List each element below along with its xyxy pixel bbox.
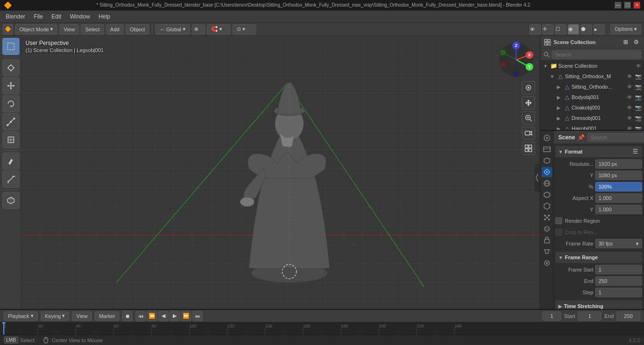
outliner-item-sitting-orthodox[interactable]: ▼ △ Sitting_Orthodox_M 👁 📷 xyxy=(540,71,644,82)
mesh-render-4[interactable]: 📷 xyxy=(635,104,642,111)
navigation-gizmo[interactable]: Z X Y xyxy=(497,41,535,79)
cache-record-button[interactable]: ⏺ xyxy=(122,311,133,321)
add-menu[interactable]: Add xyxy=(106,24,124,35)
frame-end-timeline-input[interactable] xyxy=(617,311,640,321)
scene-props-icon[interactable] xyxy=(542,167,552,177)
resolution-x-input[interactable]: 1920 px xyxy=(595,159,642,169)
select-menu[interactable]: Select xyxy=(81,24,104,35)
gizmo-icon[interactable]: ✛ xyxy=(542,24,554,35)
modifier-props-icon[interactable] xyxy=(542,201,552,211)
keying-menu[interactable]: Keying ▾ xyxy=(41,311,70,321)
outliner-item-2[interactable]: ▶ △ Bodyobj001 👁 📷 xyxy=(540,92,644,102)
mesh-render-3[interactable]: 📷 xyxy=(635,93,642,101)
jump-back-button[interactable]: ⏪ xyxy=(147,311,157,321)
edit-menu-item[interactable]: Edit xyxy=(48,11,65,22)
viewport-shading-wire[interactable]: ☐ xyxy=(555,24,566,35)
options-button[interactable]: Options ▾ xyxy=(610,24,641,35)
zoom-button[interactable] xyxy=(522,111,535,125)
mesh-visibility-icon-1[interactable]: 👁 xyxy=(626,73,633,80)
timeline-strip[interactable]: 1 20 40 60 80 100 120 140 160 180 200 22… xyxy=(0,322,644,335)
camera-icon[interactable] xyxy=(522,127,535,140)
mesh-render-5[interactable]: 📷 xyxy=(635,114,642,122)
close-button[interactable]: ✕ xyxy=(634,2,640,9)
resolution-y-input[interactable]: 1080 px xyxy=(595,171,642,180)
viewport-3d[interactable]: User Perspective (1) Scene Collection | … xyxy=(22,36,540,319)
render-region-checkbox[interactable] xyxy=(555,218,562,224)
aspect-y-input[interactable]: 1.000 xyxy=(595,205,642,214)
scene-pin-icon[interactable]: 📌 xyxy=(577,133,585,142)
camera-view-button[interactable] xyxy=(522,81,535,94)
minimize-button[interactable]: — xyxy=(615,2,621,9)
frame-start-timeline-input[interactable] xyxy=(578,311,601,321)
proportional-edit[interactable]: ⊙ ▾ xyxy=(233,24,256,35)
view-menu[interactable]: View xyxy=(59,24,79,35)
play-button[interactable]: ▶ xyxy=(170,311,180,321)
blender-menu-item[interactable]: Blender xyxy=(2,11,29,22)
frame-end-input[interactable]: 250 xyxy=(595,276,642,286)
play-reverse-button[interactable]: ◀ xyxy=(158,311,169,321)
add-cube-tool[interactable] xyxy=(2,192,19,209)
move-tool[interactable] xyxy=(2,77,19,94)
help-menu-item[interactable]: Help xyxy=(95,11,114,22)
overlay-icon[interactable]: 👁 xyxy=(529,24,541,35)
mesh-visibility-6[interactable]: 👁 xyxy=(626,125,633,131)
frame-start-input[interactable]: 1 xyxy=(595,265,642,274)
mesh-visibility-2[interactable]: 👁 xyxy=(626,83,633,91)
snap-button[interactable]: 🧲 ▾ xyxy=(207,24,231,35)
jump-to-end-button[interactable]: ⏭ xyxy=(192,311,203,321)
panel-collapse-handle[interactable] xyxy=(534,163,540,192)
object-menu[interactable]: Object xyxy=(125,24,149,35)
viewport-shading-render[interactable]: ● xyxy=(593,24,605,35)
file-menu-item[interactable]: File xyxy=(30,11,46,22)
mesh-visibility-5[interactable]: 👁 xyxy=(626,114,633,122)
maximize-button[interactable]: ☐ xyxy=(624,2,631,9)
properties-search-input[interactable] xyxy=(587,133,644,142)
constraints-props-icon[interactable] xyxy=(542,235,552,245)
mesh-render-2[interactable]: 📷 xyxy=(635,83,642,91)
outliner-item-4[interactable]: ▶ △ Dressobj001 👁 📷 xyxy=(540,113,644,123)
mesh-visibility-3[interactable]: 👁 xyxy=(626,93,633,101)
object-mode-selector[interactable]: Object Mode ▾ xyxy=(15,24,57,35)
mesh-render-6[interactable]: 📷 xyxy=(635,125,642,131)
outliner-settings-icon[interactable]: ⚙ xyxy=(632,38,640,46)
current-frame-input[interactable] xyxy=(542,311,561,321)
outliner-search-input[interactable] xyxy=(552,50,641,59)
mesh-render-icon-1[interactable]: 📷 xyxy=(635,73,642,80)
transform-tool[interactable] xyxy=(2,131,19,148)
grid-icon[interactable] xyxy=(522,142,535,155)
jump-forward-button[interactable]: ⏩ xyxy=(181,311,191,321)
output-props-icon[interactable] xyxy=(542,144,552,154)
material-props-icon[interactable] xyxy=(542,258,552,268)
frame-range-section-header[interactable]: ▼ Frame Range xyxy=(555,252,642,263)
frame-step-input[interactable]: 1 xyxy=(595,288,642,297)
measure-tool[interactable] xyxy=(2,171,19,188)
playback-menu[interactable]: Playback ▾ xyxy=(4,311,38,321)
format-list-icon[interactable]: ☰ xyxy=(631,147,639,156)
transform-selector[interactable]: ↔ Global ▾ xyxy=(155,24,190,35)
resolution-pct-input[interactable]: 100% xyxy=(595,182,642,191)
outliner-item-1[interactable]: ▶ △ Sitting_Orthodo... 👁 📷 xyxy=(540,82,644,92)
cursor-tool[interactable] xyxy=(2,59,19,76)
scale-tool[interactable] xyxy=(2,113,19,130)
viewport-shading-material[interactable]: ⬟ xyxy=(581,24,592,35)
jump-to-start-button[interactable]: ⏮ xyxy=(135,311,146,321)
world-props-icon[interactable] xyxy=(542,178,552,189)
outliner-filter-icon[interactable]: ⊞ xyxy=(621,38,630,46)
aspect-x-input[interactable]: 1.000 xyxy=(595,193,642,203)
mesh-visibility-4[interactable]: 👁 xyxy=(626,104,633,111)
outliner-item-5[interactable]: ▶ △ Hairobj001 👁 📷 xyxy=(540,123,644,131)
marker-menu[interactable]: Marker xyxy=(95,311,119,321)
outliner-item-scene-collection[interactable]: ▼ 📁 Scene Collection 👁 xyxy=(540,61,644,71)
data-props-icon[interactable] xyxy=(542,246,552,257)
visibility-icon[interactable]: 👁 xyxy=(635,62,642,70)
annotate-tool[interactable] xyxy=(2,153,19,170)
format-section-header[interactable]: ▼ Format ☰ xyxy=(555,146,642,157)
pivot-selector[interactable]: ⊕ xyxy=(192,24,205,35)
object-props-icon[interactable] xyxy=(542,190,552,200)
outliner-item-3[interactable]: ▶ △ Cloakobj001 👁 📷 xyxy=(540,102,644,113)
view-layer-icon[interactable] xyxy=(542,155,552,166)
render-props-icon[interactable] xyxy=(542,133,552,143)
window-menu-item[interactable]: Window xyxy=(66,11,94,22)
physics-props-icon[interactable] xyxy=(542,224,552,234)
particles-props-icon[interactable] xyxy=(542,212,552,223)
